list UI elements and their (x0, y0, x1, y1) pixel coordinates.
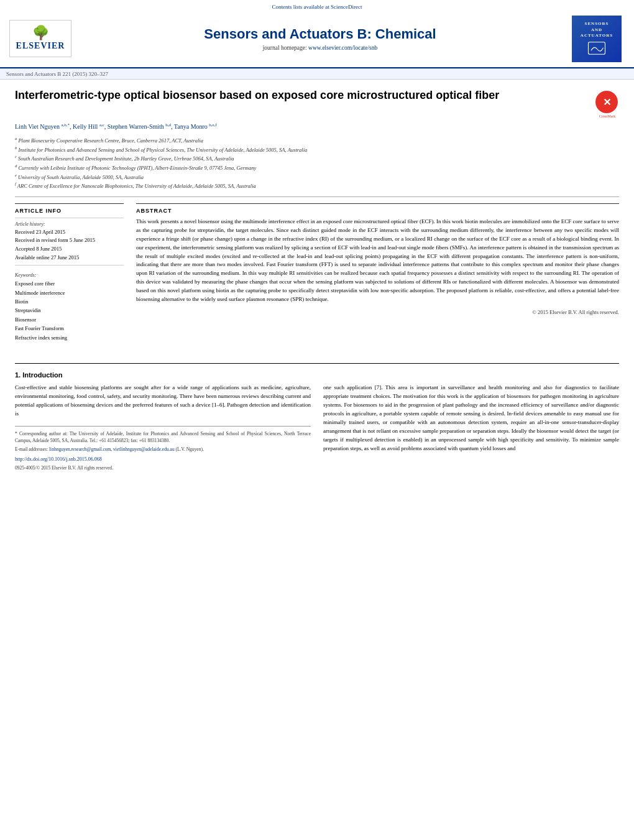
divider-1 (15, 196, 619, 197)
tree-icon: 🌳 (32, 26, 49, 40)
keywords-label: Keywords: (15, 272, 124, 278)
crossmark-label: CrossMark (595, 114, 619, 118)
sciencedirect-link[interactable]: ScienceDirect (331, 4, 362, 10)
received-date: Received 23 April 2015 Received in revis… (15, 228, 124, 262)
crossmark-container: ✕ CrossMark (595, 91, 619, 114)
footnote-area: * Corresponding author at: The Universit… (15, 426, 311, 471)
affil-f: ARC Centre of Excellence for Nanoscale B… (17, 183, 256, 189)
article-info-bar: Sensors and Actuators B 221 (2015) 320–3… (0, 68, 634, 80)
corresponding-footnote: * Corresponding author at: The Universit… (15, 430, 311, 445)
introduction-columns: Cost-effective and stable biosensing pla… (15, 384, 619, 471)
intro-right-col: one such application [7]. This area is i… (323, 384, 619, 471)
doi-line: http://dx.doi.org/10.1016/j.snb.2015.06.… (15, 456, 311, 463)
homepage-label: journal homepage: (263, 45, 307, 51)
elsevier-logo: 🌳 ELSEVIER (9, 20, 71, 57)
sensors-logo-container: SENSORSANDACTUATORS (566, 14, 628, 63)
intro-left-text: Cost-effective and stable biosensing pla… (15, 384, 311, 418)
email-line: E-mail addresses: linhnguyen.research@gm… (15, 446, 311, 453)
affil-a: Plant Biosecurity Cooperative Research C… (18, 137, 203, 144)
journal-homepage: journal homepage: www.elsevier.com/locat… (75, 45, 566, 51)
email2[interactable]: vietlinhnguyen@adelaide.edu.au (113, 446, 175, 452)
title-section: Interferometric-type optical biosensor b… (15, 88, 619, 117)
elsevier-label: ELSEVIER (16, 41, 65, 51)
authors-line: Linh Viet Nguyen a,b,*, Kelly Hill a,c, … (15, 122, 619, 132)
section-1-title: 1. Introduction (15, 371, 619, 379)
intro-right-text: one such application [7]. This area is i… (323, 384, 619, 453)
email-label: E-mail addresses: (15, 446, 48, 452)
history-label: Article history: (15, 221, 124, 227)
abstract-text: This work presents a novel biosensor usi… (136, 218, 619, 304)
article-title: Interferometric-type optical biosensor b… (15, 88, 595, 103)
info-abstract-columns: ARTICLE INFO Article history: Received 2… (15, 203, 619, 349)
affil-e: University of South Australia, Adelaide … (18, 173, 144, 180)
header-main: 🌳 ELSEVIER Sensors and Actuators B: Chem… (0, 11, 634, 67)
crossmark-icon: ✕ (595, 91, 618, 113)
homepage-url[interactable]: www.elsevier.com/locate/snb (308, 45, 377, 51)
affil-c: South Australian Research and Developmen… (18, 155, 234, 162)
section-number: 1. (15, 371, 21, 379)
keywords-box: Keywords: Exposed core fiber Multimode i… (15, 265, 124, 342)
sciencedirect-bar: Contents lists available at ScienceDirec… (0, 0, 634, 11)
email1[interactable]: linhnguyen.research@gmail.com (49, 446, 111, 452)
affiliations-block: a Plant Biosecurity Cooperative Research… (15, 136, 619, 190)
journal-title-center: Sensors and Actuators B: Chemical journa… (75, 26, 566, 51)
article-body: Interferometric-type optical biosensor b… (0, 80, 634, 358)
article-ref: Sensors and Actuators B 221 (2015) 320–3… (6, 71, 108, 77)
sensors-logo-text: SENSORSANDACTUATORS (581, 21, 613, 39)
page-wrapper: Contents lists available at ScienceDirec… (0, 0, 634, 840)
article-info-box: ARTICLE INFO Article history: Received 2… (15, 203, 124, 342)
affil-b: Institute for Photonics and Advanced Sen… (18, 147, 307, 153)
article-info-header: ARTICLE INFO (15, 208, 124, 214)
copyright-line: © 2015 Elsevier B.V. All rights reserved… (136, 309, 619, 315)
issn-line: 0925-4005/© 2015 Elsevier B.V. All right… (15, 464, 311, 471)
contents-text: Contents lists available at (272, 4, 329, 10)
section-label: Introduction (22, 371, 62, 379)
email-suffix: (L.V. Nguyen). (176, 446, 204, 452)
affil-d: Currently with Leibniz Institute of Phot… (18, 165, 256, 171)
elsevier-logo-container: 🌳 ELSEVIER (6, 20, 75, 57)
sensors-logo-icon (587, 40, 606, 56)
sensors-logo: SENSORSANDACTUATORS (572, 16, 622, 62)
main-content: 1. Introduction Cost-effective and stabl… (0, 363, 634, 484)
journal-header: Contents lists available at ScienceDirec… (0, 0, 634, 68)
intro-left-col: Cost-effective and stable biosensing pla… (15, 384, 311, 471)
content-divider (15, 363, 619, 364)
abstract-column: ABSTRACT This work presents a novel bios… (136, 203, 619, 349)
journal-title: Sensors and Actuators B: Chemical (75, 26, 566, 42)
abstract-header: ABSTRACT (136, 203, 619, 214)
history-group: Article history: Received 23 April 2015 … (15, 218, 124, 265)
doi-link[interactable]: http://dx.doi.org/10.1016/j.snb.2015.06.… (15, 456, 102, 462)
article-info-column: ARTICLE INFO Article history: Received 2… (15, 203, 124, 349)
keywords-list: Exposed core fiber Multimode interferenc… (15, 279, 124, 342)
corresponding-text: * Corresponding author at: The Universit… (15, 431, 311, 443)
